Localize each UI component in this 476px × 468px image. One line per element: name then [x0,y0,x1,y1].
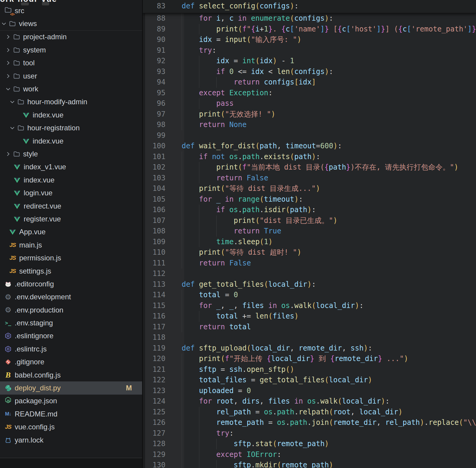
sidebar-item-index-vue[interactable]: index.vue [0,173,142,186]
sidebar-item-hour-modify-admin[interactable]: hour-modify-admin [0,96,142,108]
code-line[interactable]: 121sftp = ssh.open_sftp() [143,364,476,375]
chevron-right-icon[interactable] [4,47,12,53]
code-line[interactable]: 102print(f"当前本地 dist 目录({path})不存在, 请先执行… [143,162,476,173]
code-line[interactable]: 122total_files = get_total_files(local_d… [143,375,476,386]
code-line[interactable]: 100def wait_for_dist(path, timeout=600): [143,141,476,152]
chevron-down-icon[interactable] [0,20,8,27]
code-line[interactable]: 88for i, c in enumerate(configs): [143,13,476,24]
token: - [277,56,290,67]
code-line[interactable]: 129except IOError: [143,449,476,460]
sidebar-item-src[interactable]: </>src [0,4,142,17]
chevron-right-icon[interactable] [4,151,12,157]
code-line[interactable]: 130sftp.mkdir(remote_path) [143,460,476,468]
code-line[interactable]: 96pass [143,98,476,109]
sidebar-item--editorconfig[interactable]: .editorconfig [0,277,142,290]
code-line[interactable]: 125rel_path = os.path.relpath(root, loca… [143,407,476,418]
sidebar-item-app-vue[interactable]: App.vue [0,226,142,238]
token: return [199,120,229,130]
sidebar-item-views[interactable]: views [0,17,142,30]
sidebar-item--gitignore[interactable]: .gitignore [0,356,142,369]
code-line[interactable]: 89print(f"{i+1}. {c['name']} [{c['host']… [143,24,476,35]
code-line[interactable]: 97print("无效选择! ") [143,109,476,120]
code-line[interactable]: 127try: [143,428,476,439]
code-line[interactable]: 92idx = int(idx) - 1 [143,56,476,67]
sidebar-item-main-js[interactable]: JSmain.js [0,238,142,251]
code-line[interactable]: 98return None [143,120,476,130]
code-line[interactable]: 94return configs[idx] [143,77,476,88]
chevron-down-icon[interactable] [8,99,16,105]
sidebar-item-system[interactable]: system [0,43,142,56]
chevron-down-icon[interactable] [8,125,16,131]
sidebar-item-register-vue[interactable]: register.vue [0,212,142,225]
code-line[interactable]: 120print(f"开始上传 {local_dir} 到 {remote_di… [143,354,476,364]
sidebar-item-hour-registration[interactable]: hour-registration [0,122,142,135]
code-line[interactable]: 124for root, dirs, files in os.walk(loca… [143,396,476,407]
code-line[interactable]: 115for _, _, files in os.walk(local_dir)… [143,301,476,311]
chevron-right-icon[interactable] [4,60,12,66]
token: ( [286,364,290,375]
sidebar-item-yarn-lock[interactable]: yarn.lock [0,434,142,446]
code-line[interactable]: 105for _ in range(timeout): [143,194,476,205]
code-line[interactable]: 112 [143,268,476,279]
sidebar-item-settings-js[interactable]: JSsettings.js [0,265,142,277]
sidebar-item-deploy-dist-py[interactable]: deploy_dist.pyM [0,381,142,394]
code-line[interactable]: 106if os.path.isdir(path): [143,205,476,215]
sticky-function-header[interactable]: 83def select_config(configs): [143,0,476,13]
sidebar-item-login-vue[interactable]: login.vue [0,186,142,199]
sidebar-item--env-production[interactable]: ⚙.env.production [0,304,142,316]
vue-icon [13,176,22,184]
code-line[interactable]: 109time.sleep(1) [143,237,476,247]
code-line[interactable]: 113def get_total_files(local_dir): [143,279,476,290]
code-line[interactable]: 119def sftp_upload(local_dir, remote_dir… [143,343,476,354]
indent-guide [182,428,199,439]
sidebar-item-style[interactable]: style [0,147,142,160]
code-line[interactable]: 101if not os.path.exists(path): [143,152,476,162]
code-line[interactable]: 108return True [143,226,476,237]
code-line[interactable]: 104print("等待 dist 目录生成...") [143,183,476,194]
sidebar-item-index-vue[interactable]: index.vue [0,135,142,147]
file-explorer-sidebar: ork-hour-vue </>srcviewsproject-adminsys… [0,0,143,468]
line-number: 120 [143,354,165,364]
sidebar-item-user[interactable]: user [0,70,142,82]
indent-guide [182,226,199,237]
code-line[interactable]: 91try: [143,45,476,56]
chevron-down-icon[interactable] [4,86,12,92]
token: ( [221,183,225,194]
code-line[interactable]: 117return total [143,322,476,333]
sidebar-item-index-vue[interactable]: index.vue [0,108,142,121]
sidebar-item-work[interactable]: work [0,82,142,95]
code-line[interactable]: 103return False [143,173,476,184]
sidebar-item-package-json[interactable]: JSpackage.json [0,395,142,407]
sidebar-item-project-admin[interactable]: project-admin [0,31,142,43]
code-line[interactable]: 126remote_path = os.path.join(remote_dir… [143,417,476,428]
code-line[interactable]: 128sftp.stat(remote_path) [143,439,476,449]
sidebar-item--eslintignore[interactable]: .eslintignore [0,330,142,342]
code-line[interactable]: 107print("dist 目录已生成。") [143,215,476,226]
sidebar-item-vue-config-js[interactable]: JSvue.config.js [0,421,142,434]
code-line[interactable]: 123uploaded = 0 [143,386,476,396]
code-line[interactable]: 111return False [143,258,476,269]
token: c [229,13,234,24]
code-line[interactable]: 99 [143,130,476,141]
chevron-right-icon[interactable] [4,73,12,79]
sidebar-item-redirect-vue[interactable]: redirect.vue [0,200,142,212]
sidebar-item--eslintrc-js[interactable]: .eslintrc.js [0,342,142,355]
code-line[interactable]: 118 [143,332,476,343]
code-line[interactable]: 93if 0 <= idx < len(configs): [143,67,476,77]
code-line[interactable]: 90idx = input("输入序号: ") [143,34,476,45]
code-line[interactable]: 114total = 0 [143,290,476,301]
chevron-right-icon[interactable] [4,34,12,40]
token: = [229,56,242,67]
code-line[interactable]: 95except Exception: [143,88,476,99]
sidebar-item-babel-config-js[interactable]: Bbabel.config.js [0,369,142,381]
sidebar-item-permission-js[interactable]: JSpermission.js [0,251,142,264]
code-line[interactable]: 116total += len(files) [143,311,476,322]
code-editor-pane[interactable]: 88for i, c in enumerate(configs):89print… [143,0,476,468]
file-label: .eslintignore [15,332,53,340]
sidebar-item-tool[interactable]: tool [0,57,142,70]
sidebar-item--env-staging[interactable]: >_.env.staging [0,316,142,329]
code-line[interactable]: 110print("等待 dist 超时! ") [143,247,476,258]
sidebar-item--env-development[interactable]: ⚙.env.development [0,291,142,304]
sidebar-item-index-v1-vue[interactable]: index_v1.vue [0,161,142,173]
sidebar-item-readme-md[interactable]: M↓README.md [0,407,142,420]
